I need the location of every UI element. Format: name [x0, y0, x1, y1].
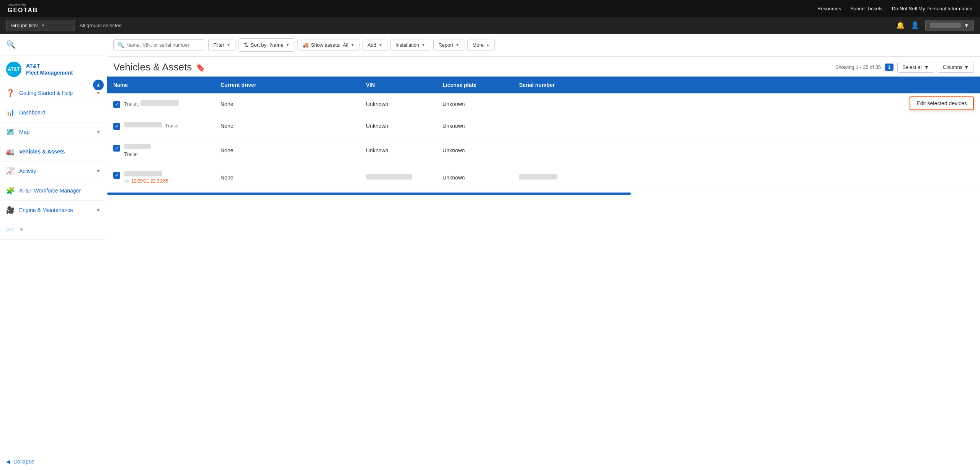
redacted-name	[140, 100, 179, 106]
vin-value: Unknown	[366, 147, 388, 153]
do-not-sell-link[interactable]: Do Not Sell My Personal Information	[892, 6, 972, 11]
search-input[interactable]	[126, 42, 195, 48]
cell-vin: Unknown	[360, 115, 436, 137]
cell-serial	[513, 137, 980, 164]
installation-button[interactable]: Installation ▼	[390, 39, 430, 51]
user-name-redacted	[930, 23, 961, 28]
user-menu-chevron: ▼	[964, 23, 969, 28]
driver-value: None	[220, 101, 233, 107]
sidebar-item-activity[interactable]: 📈 Activity ▼	[0, 162, 107, 181]
cell-driver: None	[214, 115, 360, 137]
collapse-label: Collapse	[13, 459, 34, 465]
redacted-name	[124, 171, 162, 176]
sidebar-item-label: Engine & Maintenance	[19, 207, 91, 213]
col-vin: VIN	[360, 77, 436, 93]
installation-chevron: ▼	[421, 43, 425, 47]
filter-button[interactable]: Filter ▼	[208, 39, 235, 51]
groups-filter-chevron: ▼	[41, 23, 45, 28]
cell-serial	[513, 164, 980, 191]
dashboard-icon: 📊	[6, 108, 15, 117]
cell-license: Unknown	[436, 93, 513, 115]
sidebar-item-more-collapsed[interactable]: ✉️ ▼	[0, 220, 107, 240]
show-assets-button[interactable]: 🚚 Show assets: All ▼	[297, 39, 359, 51]
redacted-name	[124, 144, 151, 149]
vehicle-type-text: Trailer	[124, 151, 151, 157]
cell-driver: None	[214, 137, 360, 164]
row-checkbox[interactable]	[113, 123, 120, 130]
submit-tickets-link[interactable]: Submit Tickets	[850, 6, 883, 11]
showing-text: Showing 1 - 35 of 35	[835, 64, 881, 70]
driver-value: None	[220, 147, 233, 153]
user-account-icon[interactable]: 👤	[911, 21, 919, 29]
att-logo: AT&T	[6, 62, 21, 77]
redacted-name	[124, 122, 162, 127]
cell-serial	[513, 115, 980, 137]
cell-vin: Unknown	[360, 93, 436, 115]
resources-link[interactable]: Resources	[817, 6, 841, 11]
row-checkbox[interactable]	[113, 145, 120, 152]
row-checkbox[interactable]	[113, 101, 120, 108]
license-value: Unknown	[443, 123, 465, 129]
serial-redacted	[519, 174, 557, 180]
sidebar-item-vehicles-assets[interactable]: 🚛 Vehicles & Assets	[0, 142, 107, 162]
select-all-button[interactable]: Select all ▼	[897, 62, 934, 73]
sort-icon: ⇅	[243, 41, 248, 49]
notification-bell-icon[interactable]: 🔔	[896, 21, 905, 29]
vehicle-name-text: Trailer,	[124, 100, 179, 107]
select-all-label: Select all	[902, 64, 923, 70]
edit-selected-label: Edit selected devices	[916, 100, 967, 106]
sidebar-search-button[interactable]: 🔍	[6, 40, 16, 49]
cell-license: Unknown	[436, 137, 513, 164]
columns-label: Columns	[943, 64, 962, 70]
user-menu-button[interactable]: ▼	[925, 20, 974, 31]
search-box: 🔍	[113, 39, 205, 51]
add-button[interactable]: Add ▼	[363, 39, 387, 51]
add-label: Add	[368, 42, 376, 48]
edit-selected-devices-button[interactable]: Edit selected devices	[910, 96, 974, 110]
vehicle-name-text	[124, 171, 168, 178]
more-button[interactable]: More ▲	[467, 39, 495, 51]
page-header: Vehicles & Assets 🔖 Showing 1 - 35 of 35…	[107, 57, 980, 77]
sidebar-collapse-button[interactable]: ◀ Collapse	[0, 453, 107, 470]
add-chevron: ▼	[379, 43, 382, 47]
sort-button[interactable]: ⇅ Sort by: Name ▼	[238, 38, 294, 52]
name-cell-content: , Trailer	[113, 122, 208, 130]
filter-chevron: ▼	[227, 43, 230, 47]
bookmark-icon[interactable]: 🔖	[196, 63, 205, 72]
sidebar-scroll-up-button[interactable]: ▲	[93, 80, 104, 90]
sort-value: Name	[270, 42, 284, 48]
truck-icon: 🚛	[6, 147, 15, 156]
vehicle-name-text	[124, 144, 151, 150]
engine-icon: 🎥	[6, 206, 15, 214]
page-number-badge[interactable]: 1	[885, 64, 893, 71]
scroll-indicator-row	[107, 191, 980, 195]
toolbar: 🔍 Filter ▼ ⇅ Sort by: Name ▼ 🚚 Show asse…	[107, 34, 980, 57]
sidebar-item-att-workforce[interactable]: 🧩 AT&T Workforce Manager	[0, 181, 107, 201]
report-chevron: ▼	[456, 43, 459, 47]
report-button[interactable]: Report ▼	[433, 39, 464, 51]
vehicles-table: Name Current driver VIN License plate Se…	[107, 77, 980, 195]
table-row: , Trailer None Unknown Unknown	[107, 115, 980, 137]
cell-driver: None	[214, 93, 360, 115]
cell-vin: Unknown	[360, 137, 436, 164]
sidebar-item-getting-started[interactable]: ❓ Getting Started & Help ▼	[0, 83, 107, 103]
table-header-row: Name Current driver VIN License plate Se…	[107, 77, 980, 93]
sidebar-item-map[interactable]: 🗺️ Map ▼	[0, 122, 107, 142]
col-name: Name	[107, 77, 214, 93]
more-chevron: ▲	[486, 43, 490, 47]
sort-label: Sort by:	[251, 42, 268, 48]
cell-driver: None	[214, 164, 360, 191]
cell-name: Trailer,	[107, 93, 214, 115]
sidebar-chevron: ▼	[96, 207, 101, 213]
sidebar-chevron: ▼	[96, 129, 101, 135]
sidebar-item-label: Vehicles & Assets	[19, 149, 101, 155]
columns-button[interactable]: Columns ▼	[938, 62, 974, 73]
activity-icon: 📈	[6, 167, 15, 175]
groups-filter-button[interactable]: Groups filter ▼	[6, 20, 75, 31]
content-area: 🔍 Filter ▼ ⇅ Sort by: Name ▼ 🚚 Show asse…	[107, 34, 980, 470]
sidebar-item-engine-maintenance[interactable]: 🎥 Engine & Maintenance ▼	[0, 201, 107, 220]
row-checkbox[interactable]	[113, 172, 120, 179]
sidebar-item-dashboard[interactable]: 📊 Dashboard	[0, 103, 107, 122]
top-nav: Powered by GEOTAB Resources Submit Ticke…	[0, 0, 980, 17]
header-right: Showing 1 - 35 of 35 1 Select all ▼ Colu…	[835, 62, 974, 73]
